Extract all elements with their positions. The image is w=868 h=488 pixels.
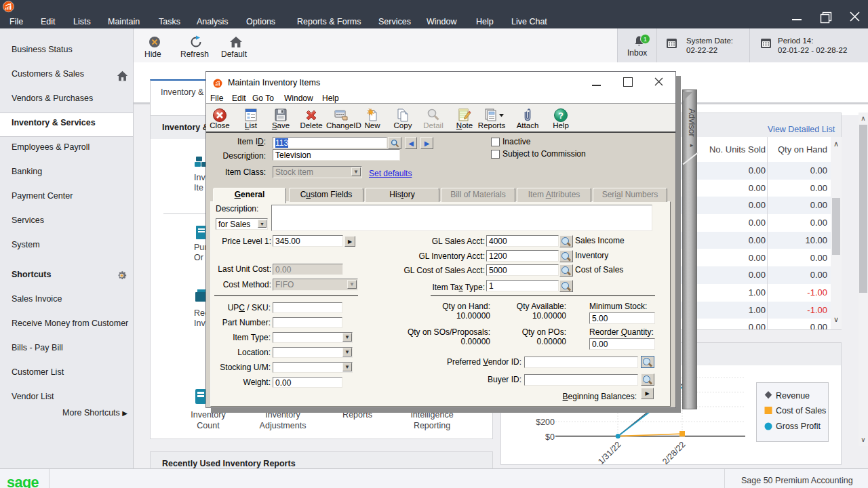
svg-text:1: 1 [644, 35, 647, 43]
svg-text:$200: $200 [536, 418, 555, 427]
svg-text:1/31/22: 1/31/22 [596, 440, 623, 464]
svg-text:$0: $0 [545, 432, 555, 442]
svg-text:2/28/22: 2/28/22 [660, 440, 687, 464]
svg-text:?: ? [558, 110, 564, 121]
